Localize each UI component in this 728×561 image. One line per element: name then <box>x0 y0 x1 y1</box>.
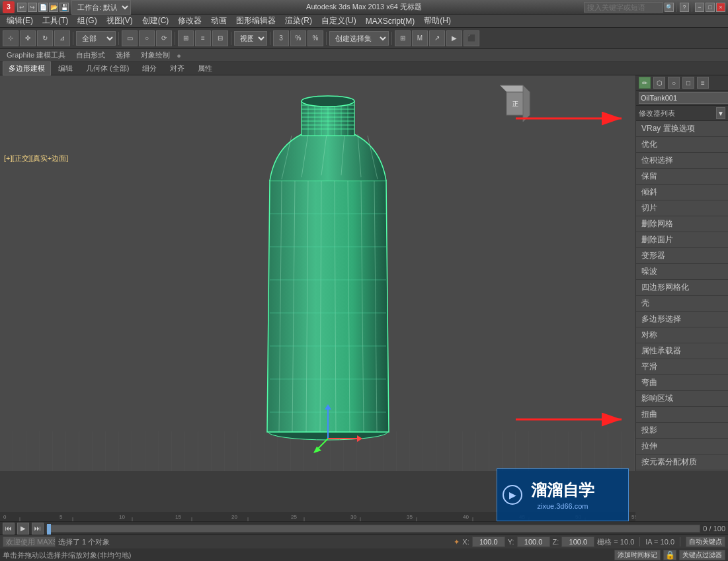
tb-select-lasso[interactable]: ⟳ <box>156 30 172 46</box>
key-filter-btn[interactable]: 关键点过滤器 <box>679 550 725 560</box>
play-btn[interactable]: ▶ <box>17 523 29 535</box>
sub-paint[interactable]: 对象绘制 <box>137 49 174 62</box>
modifier-shell[interactable]: 壳 <box>636 296 728 312</box>
modifier-quadify[interactable]: 四边形网格化 <box>636 280 728 296</box>
modifier-deletepatch[interactable]: 删除面片 <box>636 232 728 248</box>
coord-x[interactable] <box>472 537 505 547</box>
maximize-btn[interactable]: □ <box>706 3 715 12</box>
modifier-vray[interactable]: VRay 置换选项 <box>636 121 728 137</box>
tab-edit[interactable]: 编辑 <box>52 62 79 75</box>
help-btn[interactable]: ? <box>680 3 689 12</box>
tb-curve[interactable]: ↗ <box>429 30 445 46</box>
add-time-tag-btn[interactable]: 添加时间标记 <box>614 550 661 560</box>
modifier-skew[interactable]: 倾斜 <box>636 185 728 200</box>
tb-snap[interactable]: ⊟ <box>212 30 228 46</box>
sub-select[interactable]: 选择 <box>112 49 134 62</box>
modifier-project[interactable]: 投影 <box>636 423 728 439</box>
search-input[interactable] <box>584 2 663 13</box>
panel-tab-utility[interactable]: ≡ <box>697 77 709 89</box>
tab-geometry[interactable]: 几何体 (全部) <box>80 62 135 75</box>
modifier-affect[interactable]: 影响区域 <box>636 391 728 407</box>
modifier-preserve[interactable]: 保留 <box>636 169 728 185</box>
tb-render2[interactable]: ⬛ <box>464 30 479 46</box>
tb-snap2[interactable]: % <box>290 30 306 46</box>
sub-graphite[interactable]: Graphite 建模工具 <box>3 49 69 62</box>
timeline-slider[interactable] <box>46 525 700 533</box>
panel-tab-modify[interactable]: ✏ <box>639 77 651 89</box>
panel-tab-hierarchy[interactable]: ⬡ <box>653 77 665 89</box>
modifier-bend[interactable]: 弯曲 <box>636 375 728 391</box>
modifier-chansel[interactable]: 按通道选择 <box>636 470 728 471</box>
title-btn-redo[interactable]: ↪ <box>28 3 37 12</box>
view-dropdown[interactable]: 视图 <box>234 31 267 46</box>
modifier-slice[interactable]: 切片 <box>636 200 728 216</box>
tab-subdivide[interactable]: 细分 <box>136 62 163 75</box>
next-frame-btn[interactable]: ⏭ <box>32 523 44 535</box>
modifier-dropdown-btn[interactable]: ▼ <box>716 107 725 119</box>
modifier-attrib[interactable]: 属性承载器 <box>636 343 728 359</box>
selection-filter[interactable]: 创建选择集 <box>329 31 389 46</box>
tab-polygon[interactable]: 多边形建模 <box>3 62 51 75</box>
modifier-optimize[interactable]: 优化 <box>636 137 728 153</box>
menu-render[interactable]: 渲染(R) <box>281 14 316 28</box>
menu-graph[interactable]: 图形编辑器 <box>232 14 280 28</box>
lock-icon[interactable]: 🔒 <box>663 550 676 560</box>
modifier-deletemesh[interactable]: 删除网格 <box>636 216 728 232</box>
modifier-noise[interactable]: 噪波 <box>636 264 728 280</box>
object-name-input[interactable] <box>639 92 728 104</box>
menu-anim[interactable]: 动画 <box>207 14 231 28</box>
tb-layer[interactable]: ⊞ <box>395 30 411 46</box>
modifier-twist[interactable]: 扭曲 <box>636 407 728 423</box>
timeline-thumb[interactable] <box>47 524 51 535</box>
tb-select-rect[interactable]: ▭ <box>122 30 138 46</box>
menu-edit[interactable]: 编辑(E) <box>3 14 37 28</box>
menu-tools[interactable]: 工具(T) <box>38 14 72 28</box>
menu-customize[interactable]: 自定义(U) <box>317 14 360 28</box>
frame-counter: 0 / 100 <box>703 525 725 533</box>
panel-tab-motion[interactable]: ○ <box>668 77 680 89</box>
title-btn-new[interactable]: 📄 <box>38 3 48 12</box>
close-btn[interactable]: × <box>716 3 725 12</box>
coord-z[interactable] <box>561 537 594 547</box>
modifier-volsel[interactable]: 位积选择 <box>636 153 728 169</box>
modifier-list[interactable]: VRay 置换选项 优化 位积选择 保留 倾斜 切片 删除网格 删除面片 变形器… <box>636 121 728 471</box>
menu-create[interactable]: 创建(C) <box>138 14 173 28</box>
modifier-matbyelem[interactable]: 按元素分配材质 <box>636 454 728 470</box>
workspace-dropdown[interactable]: 工作台: 默认 <box>71 0 131 15</box>
modifier-polysel[interactable]: 多边形选择 <box>636 312 728 327</box>
tb-scale[interactable]: ⊿ <box>54 30 70 46</box>
menu-help[interactable]: 帮助(H) <box>420 14 455 28</box>
tb-select[interactable]: ⊹ <box>3 30 19 46</box>
viewport[interactable]: [+][正交][真实+边面] 正 <box>0 75 635 471</box>
menu-view[interactable]: 视图(V) <box>102 14 137 28</box>
tb-mirror[interactable]: ⊞ <box>178 30 194 46</box>
menu-maxscript[interactable]: MAXScript(M) <box>362 15 419 27</box>
tb-rotate[interactable]: ↻ <box>37 30 53 46</box>
tb-move[interactable]: ✜ <box>20 30 36 46</box>
all-dropdown[interactable]: 全部 <box>76 31 116 46</box>
panel-tab-display[interactable]: □ <box>682 77 694 89</box>
modifier-morpher[interactable]: 变形器 <box>636 248 728 264</box>
keyframe-btn[interactable]: 自动关键点 <box>686 537 725 547</box>
modifier-stretch[interactable]: 拉伸 <box>636 439 728 454</box>
modifier-smooth[interactable]: 平滑 <box>636 359 728 375</box>
title-btn-undo[interactable]: ↩ <box>17 3 26 12</box>
search-btn[interactable]: 🔍 <box>665 3 674 12</box>
tb-select-circle[interactable]: ○ <box>139 30 155 46</box>
tab-props[interactable]: 属性 <box>192 62 218 75</box>
modifier-symmetry[interactable]: 对称 <box>636 327 728 343</box>
title-btn-save[interactable]: 💾 <box>60 3 69 12</box>
minimize-btn[interactable]: − <box>695 3 704 12</box>
tb-align[interactable]: ≡ <box>195 30 211 46</box>
sub-freeform[interactable]: 自由形式 <box>72 49 109 62</box>
tab-align[interactable]: 对齐 <box>164 62 190 75</box>
menu-modifier[interactable]: 修改器 <box>174 14 206 28</box>
tb-3d[interactable]: 3 <box>273 30 289 46</box>
title-btn-open[interactable]: 📂 <box>49 3 58 12</box>
tb-mat[interactable]: M <box>412 30 428 46</box>
tb-render[interactable]: ▶ <box>446 30 462 46</box>
prev-frame-btn[interactable]: ⏮ <box>3 523 15 535</box>
menu-group[interactable]: 组(G) <box>73 14 101 28</box>
coord-y[interactable] <box>517 537 550 547</box>
tb-mag[interactable]: % <box>307 30 323 46</box>
